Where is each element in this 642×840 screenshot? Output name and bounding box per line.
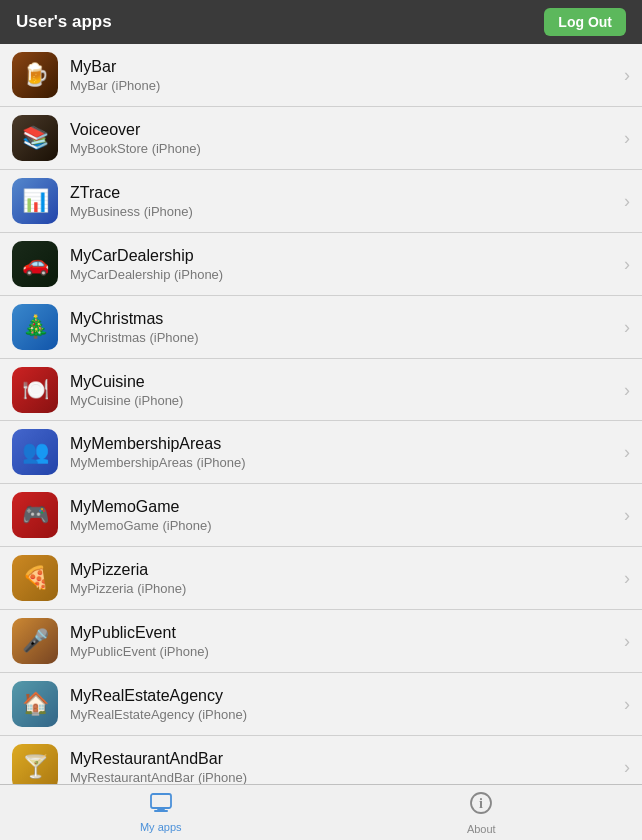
app-subtitle: MyBookStore (iPhone) bbox=[70, 141, 616, 156]
app-name: MyCuisine bbox=[70, 373, 616, 391]
svg-rect-1 bbox=[157, 808, 165, 810]
app-subtitle: MyBusiness (iPhone) bbox=[70, 204, 616, 219]
app-subtitle: MyMemoGame (iPhone) bbox=[70, 518, 616, 533]
app-icon: 🎤 bbox=[12, 618, 58, 664]
app-icon: 🎄 bbox=[12, 304, 58, 350]
list-item[interactable]: 🏠 MyRealEstateAgency MyRealEstateAgency … bbox=[0, 673, 642, 736]
list-item[interactable]: 🎮 MyMemoGame MyMemoGame (iPhone) › bbox=[0, 484, 642, 547]
app-info: Voiceover MyBookStore (iPhone) bbox=[70, 121, 616, 156]
app-subtitle: MyBar (iPhone) bbox=[70, 78, 616, 93]
list-item[interactable]: 📊 ZTrace MyBusiness (iPhone) › bbox=[0, 170, 642, 233]
chevron-right-icon: › bbox=[624, 128, 630, 149]
app-subtitle: MyCarDealership (iPhone) bbox=[70, 267, 616, 282]
svg-rect-0 bbox=[151, 794, 171, 808]
app-info: MyCuisine MyCuisine (iPhone) bbox=[70, 373, 616, 408]
tab-about[interactable]: i About bbox=[321, 791, 643, 835]
app-info: MyMemoGame MyMemoGame (iPhone) bbox=[70, 498, 616, 533]
about-label: About bbox=[467, 823, 496, 835]
chevron-right-icon: › bbox=[624, 380, 630, 401]
app-info: MyBar MyBar (iPhone) bbox=[70, 58, 616, 93]
app-info: MyCarDealership MyCarDealership (iPhone) bbox=[70, 247, 616, 282]
app-info: MyChristmas MyChristmas (iPhone) bbox=[70, 310, 616, 345]
app-subtitle: MyCuisine (iPhone) bbox=[70, 393, 616, 408]
svg-rect-2 bbox=[154, 810, 168, 812]
header: User's apps Log Out bbox=[0, 0, 642, 44]
app-subtitle: MyRealEstateAgency (iPhone) bbox=[70, 707, 616, 722]
app-name: MyChristmas bbox=[70, 310, 616, 328]
list-item[interactable]: 🎄 MyChristmas MyChristmas (iPhone) › bbox=[0, 296, 642, 359]
list-item[interactable]: 🍺 MyBar MyBar (iPhone) › bbox=[0, 44, 642, 107]
chevron-right-icon: › bbox=[624, 631, 630, 652]
app-icon: 🏠 bbox=[12, 681, 58, 727]
app-info: MyMembershipAreas MyMembershipAreas (iPh… bbox=[70, 435, 616, 470]
app-info: ZTrace MyBusiness (iPhone) bbox=[70, 184, 616, 219]
list-item[interactable]: 🍕 MyPizzeria MyPizzeria (iPhone) › bbox=[0, 547, 642, 610]
tab-myapps[interactable]: My apps bbox=[0, 793, 321, 833]
app-icon: 🍕 bbox=[12, 555, 58, 601]
app-name: MyCarDealership bbox=[70, 247, 616, 265]
app-info: MyRestaurantAndBar MyRestaurantAndBar (i… bbox=[70, 750, 616, 785]
app-subtitle: MyRestaurantAndBar (iPhone) bbox=[70, 770, 616, 785]
list-item[interactable]: 👥 MyMembershipAreas MyMembershipAreas (i… bbox=[0, 421, 642, 484]
list-item[interactable]: 🍸 MyRestaurantAndBar MyRestaurantAndBar … bbox=[0, 736, 642, 784]
app-name: MyMembershipAreas bbox=[70, 435, 616, 453]
app-name: MyBar bbox=[70, 58, 616, 76]
app-subtitle: MyMembershipAreas (iPhone) bbox=[70, 455, 616, 470]
logout-button[interactable]: Log Out bbox=[544, 8, 626, 36]
app-info: MyPizzeria MyPizzeria (iPhone) bbox=[70, 561, 616, 596]
app-name: MyPizzeria bbox=[70, 561, 616, 579]
app-name: Voiceover bbox=[70, 121, 616, 139]
app-icon: 🍺 bbox=[12, 52, 58, 98]
app-icon: 🍽️ bbox=[12, 367, 58, 413]
chevron-right-icon: › bbox=[624, 757, 630, 778]
app-subtitle: MyPublicEvent (iPhone) bbox=[70, 644, 616, 659]
chevron-right-icon: › bbox=[624, 65, 630, 86]
svg-text:i: i bbox=[479, 796, 483, 811]
app-icon: 🎮 bbox=[12, 492, 58, 538]
header-title: User's apps bbox=[16, 12, 112, 32]
app-icon: 📚 bbox=[12, 115, 58, 161]
about-icon: i bbox=[469, 791, 493, 821]
app-info: MyPublicEvent MyPublicEvent (iPhone) bbox=[70, 624, 616, 659]
chevron-right-icon: › bbox=[624, 694, 630, 715]
app-name: ZTrace bbox=[70, 184, 616, 202]
app-icon: 📊 bbox=[12, 178, 58, 224]
list-item[interactable]: 📚 Voiceover MyBookStore (iPhone) › bbox=[0, 107, 642, 170]
chevron-right-icon: › bbox=[624, 317, 630, 338]
chevron-right-icon: › bbox=[624, 254, 630, 275]
app-info: MyRealEstateAgency MyRealEstateAgency (i… bbox=[70, 687, 616, 722]
list-item[interactable]: 🚗 MyCarDealership MyCarDealership (iPhon… bbox=[0, 233, 642, 296]
app-icon: 👥 bbox=[12, 429, 58, 475]
list-item[interactable]: 🍽️ MyCuisine MyCuisine (iPhone) › bbox=[0, 359, 642, 421]
app-name: MyRealEstateAgency bbox=[70, 687, 616, 705]
app-name: MyRestaurantAndBar bbox=[70, 750, 616, 768]
tab-bar: My apps i About bbox=[0, 784, 642, 840]
app-subtitle: MyPizzeria (iPhone) bbox=[70, 581, 616, 596]
app-icon: 🚗 bbox=[12, 241, 58, 287]
app-name: MyPublicEvent bbox=[70, 624, 616, 642]
chevron-right-icon: › bbox=[624, 442, 630, 463]
myapps-label: My apps bbox=[140, 821, 182, 833]
app-subtitle: MyChristmas (iPhone) bbox=[70, 330, 616, 345]
chevron-right-icon: › bbox=[624, 568, 630, 589]
myapps-icon bbox=[149, 793, 173, 819]
app-list: 🍺 MyBar MyBar (iPhone) › 📚 Voiceover MyB… bbox=[0, 44, 642, 784]
chevron-right-icon: › bbox=[624, 191, 630, 212]
app-icon: 🍸 bbox=[12, 744, 58, 784]
chevron-right-icon: › bbox=[624, 505, 630, 526]
app-name: MyMemoGame bbox=[70, 498, 616, 516]
list-item[interactable]: 🎤 MyPublicEvent MyPublicEvent (iPhone) › bbox=[0, 610, 642, 673]
